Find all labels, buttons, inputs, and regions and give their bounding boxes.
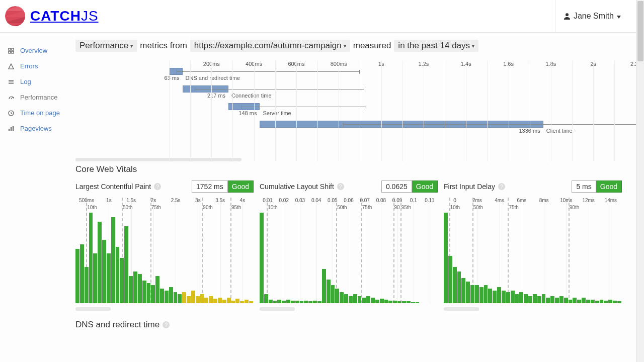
vital-status: Good [596, 180, 622, 193]
vital-card: First Input Delay ?5 msGood02ms4ms6ms8ms… [444, 179, 622, 311]
sidebar-nav: Overview Errors Log Performance Time on … [0, 33, 75, 362]
caret-down-icon: ▾ [472, 43, 474, 49]
caret-down-icon: ▾ [344, 43, 346, 49]
waterfall-scrollbar[interactable] [75, 158, 242, 161]
nav-performance[interactable]: Performance [0, 89, 75, 105]
nav-errors[interactable]: Errors [0, 58, 75, 74]
nav-pageviews[interactable]: Pageviews [0, 121, 75, 136]
nav-label: Errors [20, 62, 38, 70]
waterfall-row: 1336 msClient time [75, 121, 622, 134]
caret-down-icon [617, 12, 621, 21]
svg-point-2 [566, 13, 569, 16]
list-icon [8, 79, 14, 85]
grid-icon [8, 48, 14, 54]
vital-status: Good [412, 180, 438, 193]
vital-value: 5 ms [572, 180, 596, 193]
filter-sentence: Performance▾ metrics from https://exampl… [75, 40, 622, 52]
top-bar: CATCHJS Jane Smith [0, 0, 644, 33]
histogram-scrollbar[interactable] [444, 307, 479, 311]
gauge-icon [8, 95, 14, 101]
clock-icon [8, 110, 14, 116]
nav-label: Log [20, 78, 31, 85]
nav-label: Overview [20, 47, 47, 54]
vital-status: Good [228, 180, 254, 193]
histogram-scrollbar[interactable] [75, 307, 111, 311]
main-content: Performance▾ metrics from https://exampl… [75, 33, 644, 362]
brand-logo[interactable]: CATCHJS [5, 6, 99, 26]
svg-rect-4 [12, 48, 14, 50]
help-icon[interactable]: ? [163, 321, 170, 328]
help-icon[interactable]: ? [498, 183, 505, 190]
vital-card: Cumulative Layout Shift ?0.0625Good0.010… [260, 179, 438, 311]
filter-text: metrics from [140, 41, 187, 51]
vital-histogram: 02ms4ms6ms8ms10ms12ms14ms10th50th75th90t… [444, 198, 622, 303]
svg-rect-14 [13, 126, 14, 131]
nav-label: Time on page [20, 109, 60, 117]
user-menu[interactable]: Jane Smith [555, 0, 629, 32]
filter-text: measured [353, 41, 391, 51]
vital-title: Cumulative Layout Shift ? [260, 183, 344, 191]
filter-range-dropdown[interactable]: in the past 14 days▾ [394, 40, 478, 52]
vital-histogram: 500ms1s1.5s2s2.5s3s3.5s4s10th50th75th90t… [75, 198, 254, 303]
nav-log[interactable]: Log [0, 74, 75, 89]
vital-title: First Input Delay ? [444, 183, 505, 191]
web-vitals-panel: Largest Contentful Paint ?1752 msGood500… [75, 179, 622, 311]
warning-icon [8, 63, 14, 69]
filter-metric-dropdown[interactable]: Performance▾ [75, 40, 137, 52]
filter-url-dropdown[interactable]: https://example.com/autumn-campaign▾ [190, 40, 350, 52]
nav-overview[interactable]: Overview [0, 43, 75, 58]
caret-down-icon: ▾ [130, 43, 133, 49]
svg-rect-3 [9, 48, 11, 50]
page-scrollbar[interactable] [636, 0, 644, 362]
brand-icon [5, 6, 25, 26]
bars-icon [8, 126, 14, 132]
brand-text: CATCHJS [30, 8, 99, 24]
waterfall-row: 148 msServer time [75, 103, 622, 116]
help-icon[interactable]: ? [337, 183, 344, 190]
user-icon [564, 13, 571, 20]
nav-label: Performance [20, 94, 57, 101]
help-icon[interactable]: ? [154, 183, 161, 190]
waterfall-row: 63 msDNS and redirect time [75, 68, 622, 81]
waterfall-row: 217 msConnection time [75, 85, 622, 99]
vital-histogram: 0.010.020.030.040.050.060.070.080.090.10… [260, 198, 438, 303]
section-heading-dns: DNS and redirect time ? [75, 320, 622, 330]
svg-line-10 [11, 97, 13, 99]
vital-value: 0.0625 [381, 180, 412, 193]
timing-waterfall-chart: 200ms400ms600ms800ms1s1.2s1.4s1.6s1.8s2s… [75, 61, 622, 161]
vital-card: Largest Contentful Paint ?1752 msGood500… [75, 179, 254, 311]
user-name: Jane Smith [574, 12, 614, 21]
vital-title: Largest Contentful Paint ? [75, 183, 161, 191]
svg-rect-6 [12, 51, 14, 53]
vital-value: 1752 ms [192, 180, 228, 193]
svg-rect-5 [9, 51, 11, 53]
histogram-scrollbar[interactable] [260, 307, 295, 311]
nav-label: Pageviews [20, 125, 52, 132]
nav-timeonpage[interactable]: Time on page [0, 105, 75, 121]
svg-rect-13 [11, 127, 12, 131]
section-heading-core-web-vitals: Core Web Vitals [75, 164, 622, 174]
svg-rect-12 [9, 129, 10, 131]
